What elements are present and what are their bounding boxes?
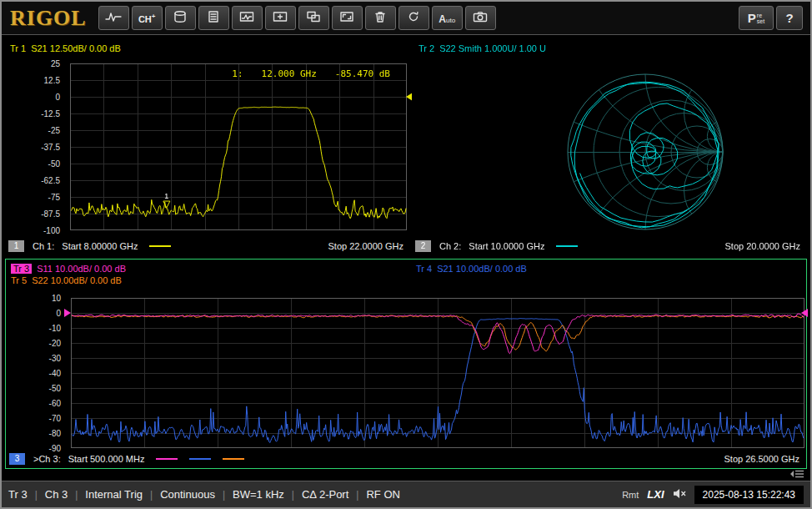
channel2-window[interactable]: Tr 2S22 Smith 1.000U/ 1.00 U 2 Ch 2: Sta…: [412, 38, 807, 257]
status-separator: |: [35, 489, 38, 501]
arrange-windows-button[interactable]: [298, 6, 329, 30]
status-bar: Tr 3|Ch 3|Internal Trig|Continuous|BW=1 …: [2, 481, 810, 507]
y-tick-label: -50: [49, 384, 61, 393]
y-tick-label: 12.5: [44, 76, 60, 85]
help-button[interactable]: ?: [776, 6, 803, 30]
ch1-label: Ch 1:: [33, 241, 54, 251]
lxi-indicator: LXI: [647, 488, 664, 501]
ch1-info-row: 1 Ch 1: Start 8.00000 GHz Stop 22.0000 G…: [8, 240, 403, 252]
y-tick-label: -25: [48, 126, 60, 135]
auto-scale-button[interactable]: Auto: [432, 6, 463, 30]
status-item[interactable]: RF ON: [366, 488, 399, 501]
screenshot-icon: [472, 10, 489, 27]
rigol-logo: RIGOL: [10, 6, 87, 31]
status-item[interactable]: Continuous: [160, 488, 215, 501]
ch2-label: Ch 2:: [439, 241, 461, 251]
ch2-start-freq[interactable]: Start 10.0000 GHz: [469, 241, 544, 251]
delete-button[interactable]: [365, 6, 396, 30]
trace-display-button[interactable]: [232, 6, 263, 30]
preset-button[interactable]: P reset: [739, 6, 774, 30]
status-separator: |: [292, 489, 294, 501]
datetime-display: 2025-08-13 15:22:43: [694, 486, 804, 504]
touch-lock-button[interactable]: [398, 6, 429, 30]
mute-icon[interactable]: [673, 488, 686, 501]
ch1-stop-freq[interactable]: Stop 22.0000 GHz: [328, 241, 403, 251]
y-tick-label: -37.5: [41, 143, 60, 152]
status-right: Rmt LXI 2025-08-13 15:22:43: [622, 486, 804, 504]
tr2-header[interactable]: Tr 2S22 Smith 1.000U/ 1.00 U: [419, 43, 546, 53]
y-tick-label: -12.5: [41, 109, 60, 118]
y-tick-label: -70: [49, 414, 61, 423]
status-items: Tr 3|Ch 3|Internal Trig|Continuous|BW=1 …: [8, 488, 400, 501]
y-tick-label: 0: [55, 93, 60, 102]
y-tick-label: -80: [49, 429, 61, 438]
ch2-number-badge[interactable]: 2: [415, 240, 431, 252]
status-separator: |: [223, 489, 225, 501]
status-separator: |: [75, 489, 78, 501]
ch3-plot-canvas[interactable]: [71, 298, 804, 448]
maximize-window-icon: [338, 10, 355, 27]
maximize-window-button[interactable]: [332, 6, 363, 30]
save-icon: [172, 10, 188, 27]
tr1-color-swatch: [149, 245, 171, 247]
y-tick-label: 0: [56, 309, 61, 318]
ch1-y-axis: 2512.50-12.5-25-37.5-50-62.5-75-87.5-100: [5, 63, 65, 230]
auto-scale-icon: Auto: [439, 11, 455, 26]
y-tick-label: -87.5: [41, 209, 60, 219]
channel1-window[interactable]: Tr 1S21 12.50dB/ 0.00 dB 2512.50-12.5-25…: [5, 38, 410, 257]
status-item[interactable]: BW=1 kHz: [233, 488, 284, 501]
tr3-reference-marker-left[interactable]: [64, 309, 71, 317]
status-separator: |: [150, 489, 153, 501]
marker1-readout: 1: 12.000 GHz -85.470 dB: [232, 68, 390, 79]
tr3-selected-badge[interactable]: Tr 3: [11, 264, 32, 274]
y-tick-label: -10: [49, 324, 61, 333]
save-recall-button[interactable]: [165, 6, 196, 30]
vna-screen: RIGOL CH+: [0, 0, 812, 509]
ch2-stop-freq[interactable]: Stop 20.0000 GHz: [724, 241, 800, 251]
status-item[interactable]: Internal Trig: [85, 488, 143, 501]
status-item[interactable]: CΔ 2-Port: [302, 488, 348, 501]
touch-lock-icon: [405, 10, 422, 27]
tr1-header[interactable]: Tr 1S21 12.50dB/ 0.00 dB: [10, 43, 121, 53]
add-channel-button[interactable]: CH+: [132, 6, 163, 30]
add-trace-icon: [272, 10, 288, 27]
tr3-header[interactable]: Tr 3S11 10.00dB/ 0.00 dB: [11, 264, 126, 274]
ch2-smith-canvas[interactable]: [412, 60, 807, 232]
trace-display-icon: [238, 10, 255, 27]
channel3-window-active[interactable]: Tr 3S11 10.00dB/ 0.00 dB Tr 4S21 10.00dB…: [5, 259, 807, 469]
ch3-number-badge[interactable]: 3: [9, 453, 25, 465]
ch3-label: >Ch 3:: [33, 454, 61, 464]
y-tick-label: -90: [49, 444, 61, 453]
preset-icon: P reset: [748, 11, 764, 25]
y-tick-label: 25: [51, 59, 60, 68]
ch3-info-row: 3 >Ch 3: Start 500.000 MHz Stop 26.5000 …: [9, 453, 799, 465]
y-tick-label: -40: [49, 369, 61, 378]
status-item[interactable]: Tr 3: [8, 488, 28, 501]
y-tick-label: -20: [49, 339, 61, 348]
y-tick-label: -62.5: [41, 176, 60, 185]
tr5-header[interactable]: Tr 5S22 10.00dB/ 0.00 dB: [11, 275, 122, 285]
tr3-reference-marker-right[interactable]: [801, 309, 808, 317]
ch2-info-row: 2 Ch 2: Start 10.0000 GHz Stop 20.0000 G…: [415, 240, 800, 252]
tr4-header[interactable]: Tr 4S21 10.00dB/ 0.00 dB: [416, 264, 527, 274]
status-item[interactable]: Ch 3: [45, 488, 68, 501]
arrange-windows-icon: [305, 10, 322, 27]
tr4-color-swatch: [189, 458, 211, 460]
measure-button[interactable]: [98, 6, 129, 30]
y-tick-label: 10: [52, 294, 61, 303]
delete-icon: [372, 10, 388, 27]
ch1-number-badge[interactable]: 1: [8, 240, 24, 252]
ch3-stop-freq[interactable]: Stop 26.5000 GHz: [724, 454, 799, 464]
file-list-button[interactable]: [198, 6, 229, 30]
tr2-color-swatch: [556, 245, 578, 247]
screenshot-button[interactable]: [465, 6, 496, 30]
help-icon: ?: [785, 11, 793, 25]
ch1-plot-canvas[interactable]: [70, 63, 407, 230]
ch1-start-freq[interactable]: Start 8.00000 GHz: [62, 241, 138, 251]
y-tick-label: -30: [49, 354, 61, 363]
waveform-icon: [105, 10, 122, 27]
add-trace-button[interactable]: [265, 6, 296, 30]
ch3-y-axis: 100-10-20-30-40-50-60-70-80-90: [6, 298, 66, 448]
ch3-start-freq[interactable]: Start 500.000 MHz: [68, 454, 145, 464]
status-separator: |: [356, 489, 358, 501]
